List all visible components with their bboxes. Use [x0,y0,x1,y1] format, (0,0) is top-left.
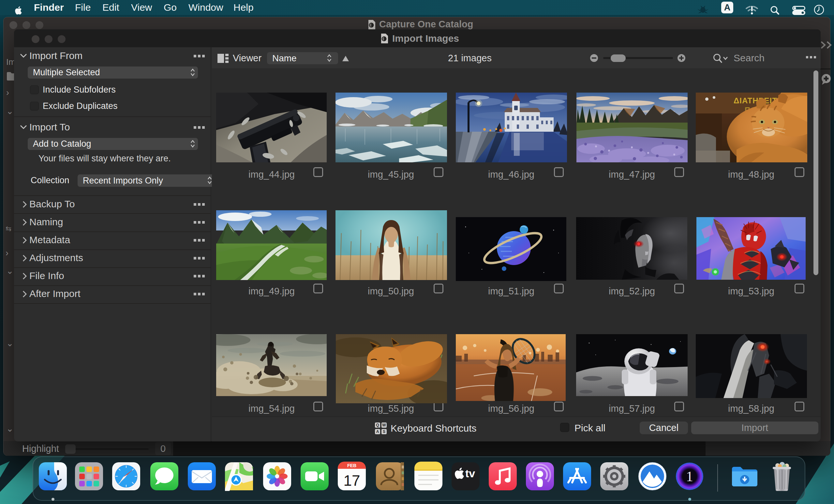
svg-text:FEB: FEB [347,463,356,468]
svg-text:1: 1 [686,468,693,484]
svg-text:tv: tv [465,467,475,480]
svg-text:S: S [383,429,386,434]
svg-text:Q: Q [376,423,379,428]
svg-text:17: 17 [343,472,360,489]
svg-text:W: W [382,423,386,428]
svg-text:A: A [376,429,379,434]
